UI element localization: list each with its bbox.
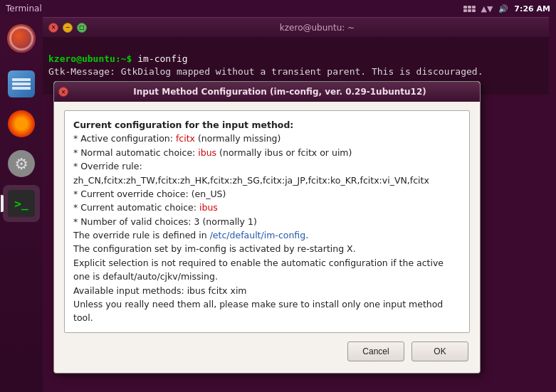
cancel-button[interactable]: Cancel [347, 341, 404, 361]
settings-icon: ⚙ [8, 150, 35, 177]
firefox-icon [8, 110, 35, 137]
dialog-overlay: × Input Method Configuration (im-config,… [43, 17, 549, 392]
time-display: 7:26 AM [514, 4, 550, 14]
valid-choices: * Number of valid choices: 3 (normally 1… [73, 216, 257, 227]
default-note: one is default/auto/cjkv/missing. [73, 271, 218, 282]
dialog-buttons: Cancel OK [64, 341, 470, 364]
dialog-text-content: Current configuration for the input meth… [64, 110, 470, 333]
dialog-titlebar: × Input Method Configuration (im-config,… [54, 82, 480, 102]
volume-icon: 🔊 [498, 4, 508, 14]
warning-line1: Unless you really need them all, please … [73, 299, 443, 309]
network-icon: ▲▼ [481, 4, 493, 14]
sidebar-item-files[interactable] [3, 65, 40, 102]
override-choice: * Current override choice: (en_US) [73, 189, 226, 199]
override-rule-value: zh_CN,fcitx:zh_TW,fcitx:zh_HK,fcitx:zh_S… [73, 175, 429, 186]
config-header: Current configuration for the input meth… [73, 120, 293, 130]
auto-choice: * Current automatic choice: ibus [73, 202, 218, 213]
override-path: The override rule is defined in /etc/def… [73, 230, 308, 240]
sidebar-item-terminal[interactable]: >_ [3, 185, 40, 222]
top-bar-right: ▲▼ 🔊 7:26 AM [463, 4, 550, 14]
dialog-body: Current configuration for the input meth… [54, 102, 480, 373]
terminal-icon: >_ [8, 190, 35, 217]
dialog-title: Input Method Configuration (im-config, v… [84, 87, 476, 97]
top-bar-left: Terminal [6, 4, 42, 14]
ok-button[interactable]: OK [411, 341, 468, 361]
explicit-selection: Explicit selection is not required to en… [73, 258, 444, 268]
sidebar-item-settings[interactable]: ⚙ [3, 145, 40, 182]
ubuntu-logo-icon [7, 24, 36, 53]
sidebar-item-home[interactable] [3, 20, 40, 57]
active-config: * Active configuration: fcitx (normally … [73, 133, 280, 144]
normal-choice: * Normal automatic choice: ibus (normall… [73, 147, 352, 158]
files-icon [8, 70, 35, 97]
top-bar: Terminal ▲▼ 🔊 7:26 AM [0, 0, 556, 17]
active-indicator [1, 195, 4, 212]
top-bar-title: Terminal [6, 4, 42, 14]
restart-note: The configuration set by im-config is ac… [73, 243, 356, 254]
override-rule-label: * Override rule: [73, 161, 142, 171]
input-method-dialog: × Input Method Configuration (im-config,… [53, 81, 481, 374]
sidebar: ⚙ >_ [0, 17, 43, 392]
text-cursor [93, 313, 99, 323]
keyboard-icon [463, 5, 475, 13]
sidebar-item-firefox[interactable] [3, 105, 40, 142]
warning-line2: tool. [73, 312, 99, 323]
available-methods: Available input methods: ibus fcitx xim [73, 285, 247, 296]
dialog-close-button[interactable]: × [58, 87, 68, 97]
